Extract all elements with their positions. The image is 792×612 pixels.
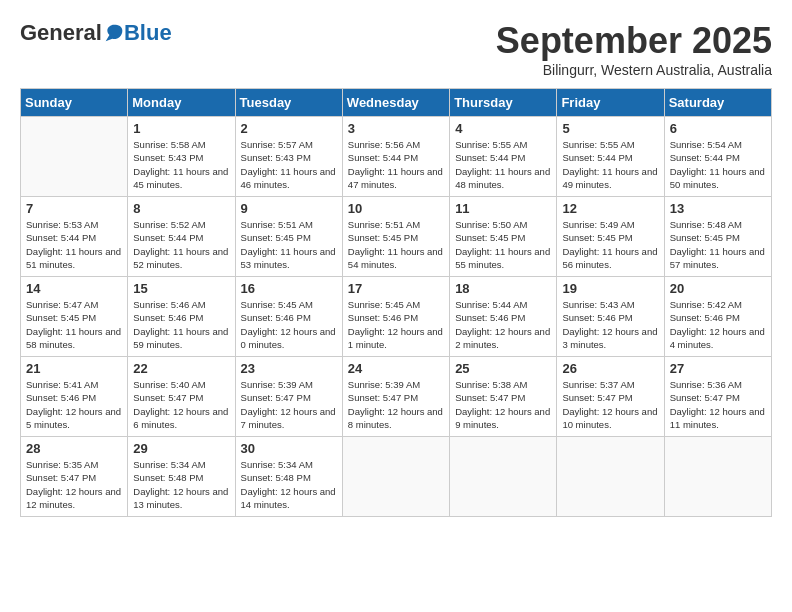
day-info: Sunrise: 5:39 AMSunset: 5:47 PMDaylight:…	[348, 378, 444, 431]
day-info: Sunrise: 5:39 AMSunset: 5:47 PMDaylight:…	[241, 378, 337, 431]
calendar-cell: 20 Sunrise: 5:42 AMSunset: 5:46 PMDaylig…	[664, 277, 771, 357]
day-info: Sunrise: 5:51 AMSunset: 5:45 PMDaylight:…	[348, 218, 444, 271]
calendar-week-3: 14 Sunrise: 5:47 AMSunset: 5:45 PMDaylig…	[21, 277, 772, 357]
day-number: 1	[133, 121, 229, 136]
page-header: General Blue September 2025 Bilingurr, W…	[20, 20, 772, 78]
day-info: Sunrise: 5:54 AMSunset: 5:44 PMDaylight:…	[670, 138, 766, 191]
day-number: 27	[670, 361, 766, 376]
calendar-cell: 12 Sunrise: 5:49 AMSunset: 5:45 PMDaylig…	[557, 197, 664, 277]
header-thursday: Thursday	[450, 89, 557, 117]
day-number: 4	[455, 121, 551, 136]
calendar-cell: 7 Sunrise: 5:53 AMSunset: 5:44 PMDayligh…	[21, 197, 128, 277]
day-number: 15	[133, 281, 229, 296]
day-number: 25	[455, 361, 551, 376]
calendar-cell	[342, 437, 449, 517]
days-of-week-row: Sunday Monday Tuesday Wednesday Thursday…	[21, 89, 772, 117]
day-number: 21	[26, 361, 122, 376]
location-subtitle: Bilingurr, Western Australia, Australia	[496, 62, 772, 78]
calendar-cell	[21, 117, 128, 197]
day-info: Sunrise: 5:42 AMSunset: 5:46 PMDaylight:…	[670, 298, 766, 351]
calendar-header: Sunday Monday Tuesday Wednesday Thursday…	[21, 89, 772, 117]
day-info: Sunrise: 5:52 AMSunset: 5:44 PMDaylight:…	[133, 218, 229, 271]
calendar-cell: 8 Sunrise: 5:52 AMSunset: 5:44 PMDayligh…	[128, 197, 235, 277]
calendar-cell: 28 Sunrise: 5:35 AMSunset: 5:47 PMDaylig…	[21, 437, 128, 517]
header-friday: Friday	[557, 89, 664, 117]
day-number: 26	[562, 361, 658, 376]
day-info: Sunrise: 5:58 AMSunset: 5:43 PMDaylight:…	[133, 138, 229, 191]
day-info: Sunrise: 5:48 AMSunset: 5:45 PMDaylight:…	[670, 218, 766, 271]
day-number: 29	[133, 441, 229, 456]
header-sunday: Sunday	[21, 89, 128, 117]
day-number: 10	[348, 201, 444, 216]
month-title: September 2025	[496, 20, 772, 62]
calendar-cell: 15 Sunrise: 5:46 AMSunset: 5:46 PMDaylig…	[128, 277, 235, 357]
calendar-cell: 25 Sunrise: 5:38 AMSunset: 5:47 PMDaylig…	[450, 357, 557, 437]
calendar-cell: 6 Sunrise: 5:54 AMSunset: 5:44 PMDayligh…	[664, 117, 771, 197]
calendar-cell: 19 Sunrise: 5:43 AMSunset: 5:46 PMDaylig…	[557, 277, 664, 357]
day-info: Sunrise: 5:56 AMSunset: 5:44 PMDaylight:…	[348, 138, 444, 191]
day-number: 5	[562, 121, 658, 136]
calendar-cell: 29 Sunrise: 5:34 AMSunset: 5:48 PMDaylig…	[128, 437, 235, 517]
calendar-cell: 23 Sunrise: 5:39 AMSunset: 5:47 PMDaylig…	[235, 357, 342, 437]
calendar-cell: 18 Sunrise: 5:44 AMSunset: 5:46 PMDaylig…	[450, 277, 557, 357]
calendar-cell: 2 Sunrise: 5:57 AMSunset: 5:43 PMDayligh…	[235, 117, 342, 197]
calendar-cell: 13 Sunrise: 5:48 AMSunset: 5:45 PMDaylig…	[664, 197, 771, 277]
calendar-cell: 22 Sunrise: 5:40 AMSunset: 5:47 PMDaylig…	[128, 357, 235, 437]
day-number: 18	[455, 281, 551, 296]
day-info: Sunrise: 5:45 AMSunset: 5:46 PMDaylight:…	[241, 298, 337, 351]
day-info: Sunrise: 5:47 AMSunset: 5:45 PMDaylight:…	[26, 298, 122, 351]
calendar-cell: 9 Sunrise: 5:51 AMSunset: 5:45 PMDayligh…	[235, 197, 342, 277]
day-info: Sunrise: 5:37 AMSunset: 5:47 PMDaylight:…	[562, 378, 658, 431]
day-info: Sunrise: 5:55 AMSunset: 5:44 PMDaylight:…	[562, 138, 658, 191]
day-info: Sunrise: 5:43 AMSunset: 5:46 PMDaylight:…	[562, 298, 658, 351]
calendar-cell: 1 Sunrise: 5:58 AMSunset: 5:43 PMDayligh…	[128, 117, 235, 197]
calendar-cell: 30 Sunrise: 5:34 AMSunset: 5:48 PMDaylig…	[235, 437, 342, 517]
calendar-cell: 10 Sunrise: 5:51 AMSunset: 5:45 PMDaylig…	[342, 197, 449, 277]
day-info: Sunrise: 5:34 AMSunset: 5:48 PMDaylight:…	[133, 458, 229, 511]
day-info: Sunrise: 5:45 AMSunset: 5:46 PMDaylight:…	[348, 298, 444, 351]
calendar-week-5: 28 Sunrise: 5:35 AMSunset: 5:47 PMDaylig…	[21, 437, 772, 517]
day-info: Sunrise: 5:46 AMSunset: 5:46 PMDaylight:…	[133, 298, 229, 351]
header-monday: Monday	[128, 89, 235, 117]
day-info: Sunrise: 5:49 AMSunset: 5:45 PMDaylight:…	[562, 218, 658, 271]
day-info: Sunrise: 5:55 AMSunset: 5:44 PMDaylight:…	[455, 138, 551, 191]
day-info: Sunrise: 5:36 AMSunset: 5:47 PMDaylight:…	[670, 378, 766, 431]
day-number: 11	[455, 201, 551, 216]
calendar-week-1: 1 Sunrise: 5:58 AMSunset: 5:43 PMDayligh…	[21, 117, 772, 197]
calendar-cell: 26 Sunrise: 5:37 AMSunset: 5:47 PMDaylig…	[557, 357, 664, 437]
day-number: 19	[562, 281, 658, 296]
header-tuesday: Tuesday	[235, 89, 342, 117]
day-number: 24	[348, 361, 444, 376]
calendar-cell: 21 Sunrise: 5:41 AMSunset: 5:46 PMDaylig…	[21, 357, 128, 437]
calendar-cell: 27 Sunrise: 5:36 AMSunset: 5:47 PMDaylig…	[664, 357, 771, 437]
calendar-cell	[450, 437, 557, 517]
day-number: 12	[562, 201, 658, 216]
day-number: 20	[670, 281, 766, 296]
calendar-table: Sunday Monday Tuesday Wednesday Thursday…	[20, 88, 772, 517]
day-info: Sunrise: 5:53 AMSunset: 5:44 PMDaylight:…	[26, 218, 122, 271]
calendar-week-4: 21 Sunrise: 5:41 AMSunset: 5:46 PMDaylig…	[21, 357, 772, 437]
day-number: 14	[26, 281, 122, 296]
calendar-cell: 24 Sunrise: 5:39 AMSunset: 5:47 PMDaylig…	[342, 357, 449, 437]
day-info: Sunrise: 5:50 AMSunset: 5:45 PMDaylight:…	[455, 218, 551, 271]
calendar-cell	[664, 437, 771, 517]
day-info: Sunrise: 5:40 AMSunset: 5:47 PMDaylight:…	[133, 378, 229, 431]
logo-general-text: General	[20, 20, 102, 46]
day-info: Sunrise: 5:38 AMSunset: 5:47 PMDaylight:…	[455, 378, 551, 431]
day-number: 2	[241, 121, 337, 136]
calendar-cell	[557, 437, 664, 517]
day-number: 7	[26, 201, 122, 216]
day-number: 23	[241, 361, 337, 376]
day-number: 3	[348, 121, 444, 136]
calendar-cell: 11 Sunrise: 5:50 AMSunset: 5:45 PMDaylig…	[450, 197, 557, 277]
calendar-cell: 5 Sunrise: 5:55 AMSunset: 5:44 PMDayligh…	[557, 117, 664, 197]
logo: General Blue	[20, 20, 172, 46]
day-number: 13	[670, 201, 766, 216]
calendar-cell: 3 Sunrise: 5:56 AMSunset: 5:44 PMDayligh…	[342, 117, 449, 197]
logo-blue-text: Blue	[124, 20, 172, 46]
day-number: 16	[241, 281, 337, 296]
calendar-body: 1 Sunrise: 5:58 AMSunset: 5:43 PMDayligh…	[21, 117, 772, 517]
day-number: 9	[241, 201, 337, 216]
header-wednesday: Wednesday	[342, 89, 449, 117]
day-info: Sunrise: 5:57 AMSunset: 5:43 PMDaylight:…	[241, 138, 337, 191]
